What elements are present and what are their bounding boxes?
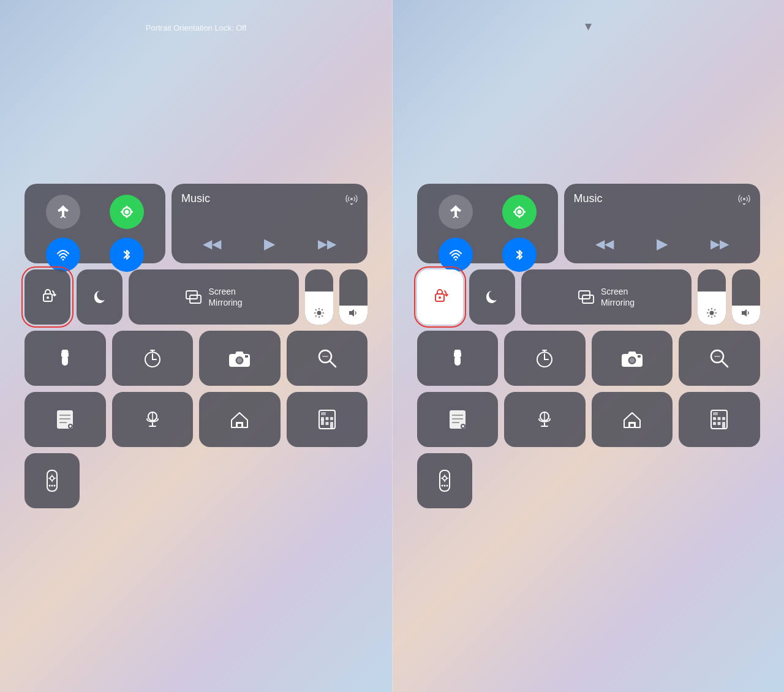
svg-point-6: [62, 259, 64, 261]
left-notes-button[interactable]: [24, 392, 106, 447]
left-flashlight-button[interactable]: [24, 331, 106, 386]
right-airplane-button[interactable]: [439, 195, 473, 229]
svg-rect-55: [321, 422, 324, 425]
svg-rect-123: [713, 422, 716, 425]
svg-marker-76: [742, 203, 746, 205]
right-cellular-button[interactable]: [502, 195, 537, 229]
svg-rect-124: [718, 422, 721, 425]
right-wifi-button[interactable]: [439, 238, 473, 272]
svg-line-21: [315, 315, 317, 317]
svg-rect-117: [630, 423, 635, 427]
left-calculator-button[interactable]: [287, 392, 368, 447]
right-brightness-slider[interactable]: [698, 269, 726, 325]
left-timer-button[interactable]: [112, 331, 194, 386]
right-control-center: Music ◀◀ ▶ ▶▶: [417, 184, 760, 508]
svg-marker-90: [742, 309, 747, 317]
svg-rect-92: [454, 352, 461, 357]
left-home-button[interactable]: [199, 392, 281, 447]
right-chevron-down[interactable]: ▾: [585, 18, 592, 34]
right-volume-slider[interactable]: [732, 269, 760, 325]
right-screen-mirror-text: ScreenMirroring: [601, 286, 635, 308]
left-volume-slider[interactable]: [339, 269, 368, 325]
right-airplay-icon[interactable]: [738, 193, 750, 205]
right-flashlight-button[interactable]: [417, 331, 499, 386]
svg-point-60: [50, 476, 54, 480]
left-brightness-slider[interactable]: [305, 269, 333, 325]
right-panel: ▾: [392, 0, 784, 692]
right-do-not-disturb-button[interactable]: [469, 269, 515, 325]
right-top-row: Music ◀◀ ▶ ▶▶: [417, 184, 760, 263]
right-notes-button[interactable]: [417, 392, 499, 447]
svg-marker-22: [349, 309, 354, 317]
left-airplane-button[interactable]: [46, 195, 80, 229]
right-screen-mirroring-button[interactable]: ScreenMirroring: [521, 269, 692, 325]
right-app-row-1: [417, 331, 760, 386]
left-music-card[interactable]: Music ◀◀ ▶ ▶▶: [172, 184, 368, 263]
left-top-row: Music ◀◀ ▶ ▶▶: [24, 184, 368, 263]
left-rewind-button[interactable]: ◀◀: [198, 234, 226, 254]
left-orientation-lock-button[interactable]: [24, 269, 70, 325]
svg-marker-8: [350, 203, 353, 205]
svg-marker-93: [454, 350, 461, 352]
right-music-card[interactable]: Music ◀◀ ▶ ▶▶: [564, 184, 760, 263]
left-voice-memos-button[interactable]: [112, 392, 194, 447]
svg-point-13: [317, 311, 322, 315]
right-bluetooth-button[interactable]: [502, 238, 537, 272]
left-magnifier-button[interactable]: [287, 331, 368, 386]
svg-rect-56: [325, 422, 328, 425]
right-play-button[interactable]: ▶: [652, 233, 673, 255]
svg-rect-125: [722, 422, 725, 428]
right-tv-remote-button[interactable]: [417, 453, 472, 508]
left-bluetooth-button[interactable]: [110, 238, 144, 272]
right-connectivity-card: [417, 184, 558, 263]
left-wifi-button[interactable]: [46, 238, 80, 272]
svg-rect-120: [713, 417, 716, 420]
svg-rect-53: [325, 417, 328, 420]
svg-point-33: [237, 358, 242, 363]
right-brightness-icon: [706, 307, 717, 318]
right-magnifier-button[interactable]: [679, 331, 760, 386]
left-connectivity-card: [24, 184, 165, 263]
left-music-title-row: Music: [181, 192, 358, 205]
right-camera-button[interactable]: [592, 331, 673, 386]
svg-line-87: [714, 315, 715, 317]
left-screen-mirroring-button[interactable]: ScreenMirroring: [129, 269, 299, 325]
svg-point-133: [441, 485, 443, 487]
right-app-row-3: [417, 453, 760, 508]
right-timer-button[interactable]: [504, 331, 586, 386]
right-orientation-lock-button[interactable]: [417, 269, 463, 325]
left-camera-button[interactable]: [199, 331, 281, 386]
svg-point-81: [709, 311, 714, 315]
svg-rect-122: [722, 417, 725, 420]
svg-line-36: [330, 361, 336, 367]
svg-rect-23: [62, 356, 68, 366]
svg-line-89: [708, 315, 709, 317]
svg-line-20: [322, 309, 323, 310]
left-brightness-icon: [314, 307, 325, 318]
svg-point-127: [443, 476, 447, 480]
left-app-row-2: [24, 392, 368, 447]
right-second-row: ScreenMirroring: [417, 269, 760, 325]
right-voice-memos-button[interactable]: [504, 392, 586, 447]
right-home-button[interactable]: [592, 392, 673, 447]
left-do-not-disturb-button[interactable]: [77, 269, 123, 325]
svg-point-7: [350, 198, 353, 200]
left-music-controls: ◀◀ ▶ ▶▶: [181, 233, 358, 255]
left-cellular-button[interactable]: [110, 195, 144, 229]
left-tv-remote-button[interactable]: [24, 453, 80, 508]
right-fastforward-button[interactable]: ▶▶: [706, 234, 734, 254]
svg-rect-54: [330, 417, 333, 420]
svg-rect-102: [638, 355, 641, 358]
svg-line-86: [708, 309, 709, 310]
right-rewind-button[interactable]: ◀◀: [590, 234, 619, 254]
svg-point-65: [51, 485, 53, 487]
left-airplay-icon[interactable]: [345, 193, 358, 205]
svg-point-66: [49, 485, 51, 487]
left-fastforward-button[interactable]: ▶▶: [313, 234, 341, 254]
svg-point-1: [125, 210, 129, 214]
left-play-button[interactable]: ▶: [259, 233, 280, 255]
svg-point-134: [446, 485, 448, 487]
orientation-label: Portrait Orientation Lock: Off: [146, 23, 247, 32]
right-calculator-button[interactable]: [679, 392, 760, 447]
right-screen-mirror-icon: [578, 288, 595, 306]
